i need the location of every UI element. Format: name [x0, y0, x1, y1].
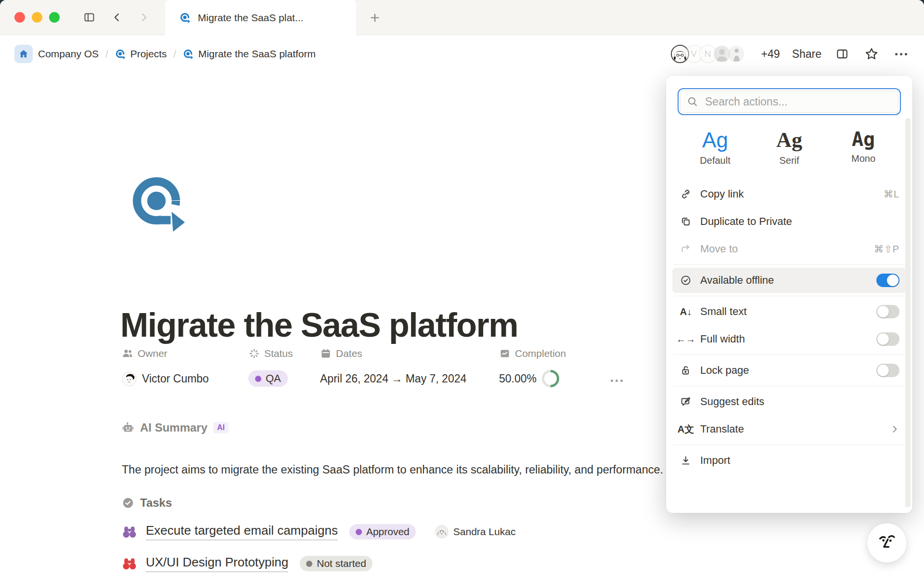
menu-divider [674, 296, 905, 296]
binoculars-icon [122, 557, 137, 570]
page-header: Company OS / Projects / Migrate the SaaS… [0, 35, 924, 73]
ai-summary-text[interactable]: The project aims to migrate the existing… [122, 461, 673, 478]
translate-icon: A文 [678, 423, 694, 436]
menu-item-lock-page[interactable]: Lock page [672, 358, 906, 383]
ellipsis-icon [611, 380, 613, 382]
more-options-button[interactable] [892, 45, 910, 63]
project-cycle-icon [183, 49, 194, 60]
task-status-badge[interactable]: Not started [300, 556, 372, 571]
font-option-default[interactable]: Ag Default [686, 127, 744, 169]
tab-title: Migrate the SaaS plat... [198, 12, 303, 24]
menu-item-copy-link[interactable]: Copy link ⌘L [672, 182, 906, 207]
share-button[interactable]: Share [792, 48, 821, 61]
properties-more-button[interactable] [611, 373, 623, 388]
ellipsis-icon [895, 53, 898, 55]
menu-divider [674, 355, 905, 355]
check-circle-icon [680, 275, 692, 286]
task-assignee[interactable]: Sandra Lukac [435, 525, 516, 539]
forward-icon[interactable] [136, 9, 152, 26]
full-width-toggle[interactable] [876, 332, 899, 346]
back-icon[interactable] [109, 9, 125, 26]
breadcrumb-separator: / [104, 49, 110, 60]
panel-right-icon [835, 48, 849, 60]
ai-badge: AI [213, 422, 229, 434]
completion-ring [542, 370, 559, 387]
shortcut-label: ⌘⇧P [874, 243, 899, 255]
page-properties: Owner Victor Cumbo Status QA Dates [122, 348, 623, 388]
tasks-title: Tasks [140, 496, 172, 510]
avatar-overflow-count[interactable]: +49 [761, 48, 780, 61]
property-owner[interactable]: Owner Victor Cumbo [122, 348, 248, 388]
robot-icon [122, 421, 134, 434]
small-text-toggle[interactable] [876, 305, 899, 318]
font-option-serif[interactable]: Ag Serif [760, 127, 818, 169]
actions-search[interactable] [678, 88, 901, 115]
breadcrumb: Company OS / Projects / Migrate the SaaS… [14, 45, 316, 63]
menu-item-translate[interactable]: A文 Translate [672, 417, 906, 442]
minimize-window-button[interactable] [32, 12, 42, 23]
chevron-right-icon [890, 424, 899, 434]
new-tab-button[interactable]: + [365, 8, 385, 27]
notion-ai-button[interactable] [867, 523, 907, 563]
project-cycle-icon [128, 172, 190, 234]
menu-divider [674, 445, 905, 445]
property-dates[interactable]: Dates April 26, 2024 → May 7, 2024 [320, 348, 499, 388]
status-badge[interactable]: QA [248, 370, 288, 387]
sidebar-toggle-icon[interactable] [81, 9, 97, 26]
page-title[interactable]: Migrate the SaaS platform [120, 306, 518, 344]
task-row: Execute targeted email campaigns Approve… [122, 523, 515, 540]
search-icon [687, 96, 698, 107]
zoom-window-button[interactable] [49, 12, 60, 23]
calendar-icon [320, 348, 332, 359]
owner-avatar [122, 371, 137, 386]
tab-active[interactable]: Migrate the SaaS plat... [165, 0, 356, 35]
move-to-icon [680, 243, 692, 255]
date-range: April 26, 2024 → May 7, 2024 [320, 372, 466, 385]
menu-scrollbar[interactable] [905, 118, 911, 507]
tasks-section-header: Tasks [122, 496, 172, 510]
owner-name: Victor Cumbo [142, 372, 209, 385]
menu-item-full-width[interactable]: ←→ Full width [672, 327, 906, 352]
duplicate-icon [680, 216, 692, 227]
task-link[interactable]: Execute targeted email campaigns [146, 523, 338, 540]
people-icon [122, 348, 133, 359]
home-breadcrumb-chip[interactable] [14, 45, 33, 63]
assignee-name: Sandra Lukac [453, 526, 516, 538]
task-link[interactable]: UX/UI Design Prototyping [146, 555, 288, 572]
available-offline-toggle[interactable] [876, 274, 899, 287]
close-window-button[interactable] [14, 12, 25, 23]
home-icon [18, 49, 29, 59]
completion-value: 50.00% [499, 372, 537, 385]
favorite-button[interactable] [863, 45, 880, 63]
search-actions-input[interactable] [704, 95, 892, 109]
task-row: UX/UI Design Prototyping Not started [122, 555, 372, 572]
breadcrumb-item-projects[interactable]: Projects [115, 48, 167, 60]
menu-item-import[interactable]: Import [672, 448, 906, 473]
page-icon[interactable] [128, 172, 190, 234]
full-width-icon: ←→ [676, 334, 695, 345]
status-spinner-icon [248, 348, 260, 359]
open-side-peek-button[interactable] [834, 45, 851, 63]
menu-divider [674, 386, 905, 386]
font-style-picker: Ag Default Ag Serif Ag Mono [666, 115, 912, 172]
link-icon [680, 188, 692, 200]
menu-item-duplicate[interactable]: Duplicate to Private [672, 209, 906, 234]
check-circle-filled-icon [122, 497, 134, 509]
property-label: Owner [138, 348, 167, 359]
tab-strip: Migrate the SaaS plat... + [0, 0, 924, 35]
property-completion[interactable]: Completion 50.00% [499, 348, 611, 388]
font-option-mono[interactable]: Ag Mono [834, 127, 892, 169]
breadcrumb-item-company-os[interactable]: Company OS [38, 48, 99, 60]
task-status-badge[interactable]: Approved [349, 524, 416, 539]
lock-page-toggle[interactable] [876, 364, 899, 377]
breadcrumb-item-current-page[interactable]: Migrate the SaaS platform [183, 48, 316, 60]
menu-item-move-to[interactable]: Move to ⌘⇧P [672, 236, 906, 262]
menu-item-available-offline[interactable]: Available offline [672, 268, 906, 293]
collaborator-avatars[interactable]: V N [671, 45, 745, 63]
property-status[interactable]: Status QA [248, 348, 320, 388]
menu-item-suggest-edits[interactable]: Suggest edits [672, 389, 906, 414]
import-icon [680, 455, 692, 466]
header-actions: V N +49 Share [671, 45, 910, 63]
menu-item-small-text[interactable]: A↓ Small text [672, 299, 906, 324]
lock-open-icon [680, 365, 692, 376]
